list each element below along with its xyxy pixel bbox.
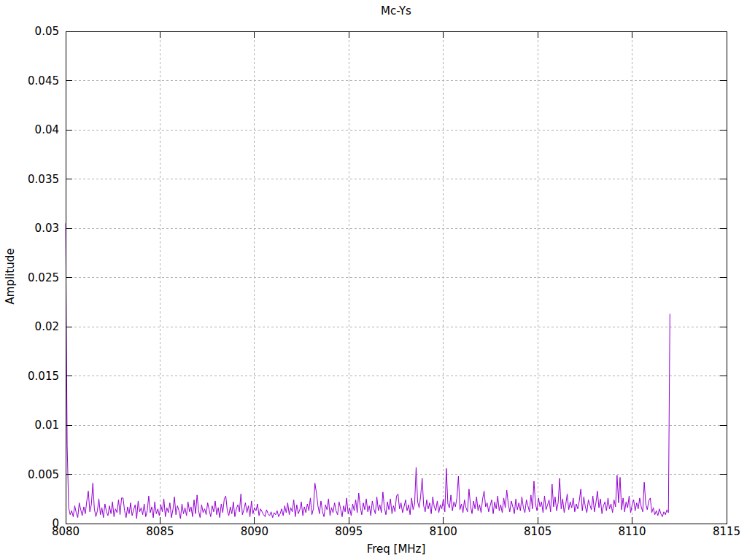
y-tick-label: 0.03 bbox=[35, 222, 59, 235]
x-tick-label: 8100 bbox=[430, 525, 457, 538]
x-tick-label: 8090 bbox=[241, 525, 268, 538]
x-tick-label: 8095 bbox=[335, 525, 363, 538]
y-tick-label: 0 bbox=[52, 517, 59, 530]
y-tick-label: 0.01 bbox=[35, 419, 59, 432]
plot-area: 8080808580908095810081058110811500.0050.… bbox=[0, 0, 747, 560]
x-tick-label: 8085 bbox=[146, 525, 174, 538]
y-tick-label: 0.035 bbox=[28, 173, 59, 186]
y-tick-label: 0.025 bbox=[28, 271, 59, 284]
y-tick-label: 0.02 bbox=[35, 320, 59, 333]
x-tick-label: 8115 bbox=[713, 525, 740, 538]
y-tick-label: 0.04 bbox=[35, 123, 59, 136]
y-tick-label: 0.045 bbox=[28, 74, 59, 88]
chart-figure: Mc-Ys Amplitude Freq [MHz] 8080808580908… bbox=[0, 0, 747, 560]
y-tick-label: 0.015 bbox=[28, 370, 59, 383]
x-tick-label: 8110 bbox=[618, 525, 646, 538]
y-tick-label: 0.005 bbox=[28, 468, 59, 481]
x-tick-label: 8105 bbox=[524, 525, 551, 538]
y-tick-label: 0.05 bbox=[35, 25, 59, 38]
